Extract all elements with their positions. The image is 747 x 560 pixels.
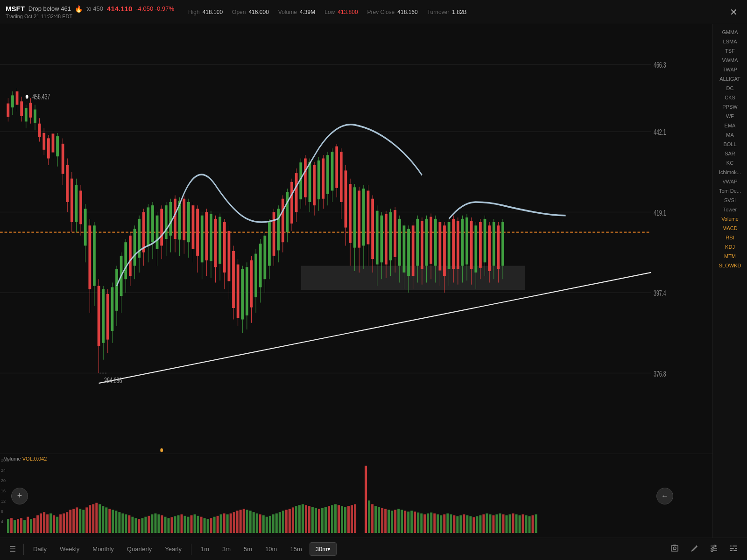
- svg-rect-337: [289, 509, 291, 533]
- sidebar-item-ema[interactable]: EMA: [713, 121, 747, 130]
- svg-rect-85: [309, 162, 311, 202]
- sidebar-item-sar[interactable]: SAR: [713, 149, 747, 158]
- svg-rect-287: [125, 514, 127, 533]
- timeframe-10m[interactable]: 10m: [260, 543, 282, 555]
- timeframe-30m[interactable]: 30m▾: [310, 542, 337, 556]
- svg-rect-57: [174, 199, 176, 239]
- indicator-button[interactable]: [706, 542, 722, 556]
- svg-rect-107: [416, 219, 419, 266]
- sidebar-item-alligat[interactable]: ALLIGAT: [713, 75, 747, 83]
- svg-rect-205: [389, 212, 392, 261]
- sidebar-item-kdj[interactable]: KDJ: [713, 243, 747, 251]
- svg-rect-115: [474, 225, 477, 273]
- stat-prev-close: Prev Close 418.160: [367, 9, 418, 15]
- extra-candles: [29, 98, 473, 353]
- svg-rect-145: [115, 269, 118, 311]
- svg-rect-43: [124, 242, 127, 279]
- sidebar-item-ppsw[interactable]: PPSW: [713, 103, 747, 111]
- settings-button[interactable]: [726, 542, 741, 556]
- svg-rect-398: [495, 514, 498, 533]
- sidebar-item-lsma[interactable]: LSMA: [713, 37, 747, 46]
- stat-turnover: Turnover 1.82B: [427, 9, 467, 15]
- svg-rect-402: [509, 514, 511, 533]
- svg-rect-378: [430, 512, 432, 533]
- svg-rect-143: [111, 287, 114, 331]
- draw-button[interactable]: [686, 542, 702, 556]
- svg-rect-401: [505, 515, 507, 533]
- timeframe-yearly[interactable]: Yearly: [159, 543, 187, 555]
- svg-rect-29: [70, 179, 73, 222]
- sidebar-item-rsi[interactable]: RSI: [713, 233, 747, 242]
- sidebar-item-tsf[interactable]: TSF: [713, 47, 747, 55]
- sidebar-item-kc[interactable]: KC: [713, 159, 747, 167]
- timeframe-3m[interactable]: 3m: [217, 543, 236, 555]
- svg-rect-307: [190, 515, 193, 533]
- sidebar-item-tower[interactable]: Tower: [713, 205, 747, 214]
- sidebar-item-vwma[interactable]: VWMA: [713, 56, 747, 64]
- close-button[interactable]: ✕: [726, 5, 741, 20]
- svg-rect-285: [118, 512, 120, 533]
- sidebar-item-volume[interactable]: Volume: [713, 215, 747, 223]
- svg-rect-328: [259, 514, 261, 533]
- sidebar-item-vwap[interactable]: VWAP: [713, 177, 747, 186]
- sidebar-item-ichimoku[interactable]: Ichimok...: [713, 168, 747, 176]
- svg-rect-279: [99, 504, 101, 533]
- svg-rect-294: [148, 516, 150, 533]
- svg-rect-111: [448, 222, 451, 269]
- sidebar-item-slowkd[interactable]: SLOWKD: [713, 261, 747, 270]
- svg-rect-189: [317, 161, 320, 199]
- sidebar-item-macd[interactable]: MACD: [713, 224, 747, 232]
- svg-rect-103: [407, 229, 410, 276]
- svg-rect-17: [25, 108, 28, 122]
- menu-icon[interactable]: ☰: [6, 543, 20, 555]
- sidebar-item-wf[interactable]: WF: [713, 112, 747, 120]
- svg-rect-284: [115, 511, 117, 533]
- bottom-toolbar: ☰ Daily Weekly Monthly Quarterly Yearly …: [0, 538, 747, 560]
- timeframe-weekly[interactable]: Weekly: [54, 543, 85, 555]
- svg-rect-404: [515, 514, 518, 533]
- add-button[interactable]: +: [11, 488, 28, 504]
- sidebar-item-cks[interactable]: CKS: [713, 93, 747, 102]
- current-price: 414.110: [107, 5, 132, 13]
- svg-rect-424: [730, 548, 734, 549]
- timeframe-quarterly[interactable]: Quarterly: [121, 543, 157, 555]
- trading-info: Trading Oct 21 11:32:48 EDT: [6, 14, 174, 19]
- svg-rect-63: [205, 212, 208, 261]
- svg-rect-379: [433, 513, 436, 533]
- svg-rect-368: [397, 509, 400, 533]
- svg-rect-315: [217, 516, 219, 533]
- sidebar-item-ma[interactable]: MA: [713, 131, 747, 139]
- svg-rect-193: [326, 155, 329, 194]
- back-button[interactable]: ←: [656, 488, 673, 504]
- sidebar-item-boll[interactable]: BOLL: [713, 140, 747, 148]
- toolbar-right: [667, 542, 741, 556]
- timeframe-15m[interactable]: 15m: [284, 543, 307, 555]
- timeframe-daily[interactable]: Daily: [28, 543, 52, 555]
- svg-rect-299: [164, 517, 166, 533]
- svg-rect-270: [69, 510, 71, 533]
- sidebar-item-twap[interactable]: TWAP: [713, 65, 747, 74]
- timeframe-5m[interactable]: 5m: [238, 543, 258, 555]
- sidebar-item-svsi[interactable]: SVSI: [713, 196, 747, 204]
- screenshot-button[interactable]: [667, 542, 683, 556]
- sidebar-item-dc[interactable]: DC: [713, 84, 747, 92]
- timeframe-monthly[interactable]: Monthly: [87, 543, 120, 555]
- sidebar-item-tomde[interactable]: Tom De...: [713, 187, 747, 195]
- timeframe-1m[interactable]: 1m: [195, 543, 215, 555]
- svg-rect-300: [167, 518, 169, 533]
- svg-rect-55: [169, 202, 172, 236]
- svg-rect-33: [88, 225, 91, 289]
- svg-rect-312: [207, 519, 209, 533]
- stat-volume: Volume 4.39M: [278, 9, 315, 15]
- svg-rect-31: [75, 185, 78, 222]
- svg-rect-71: [241, 269, 244, 320]
- sidebar-item-mtm[interactable]: MTM: [713, 252, 747, 260]
- sidebar-item-gmma[interactable]: GMMA: [713, 28, 747, 36]
- svg-rect-304: [181, 514, 183, 533]
- svg-rect-370: [404, 511, 406, 533]
- svg-line-415: [691, 551, 693, 551]
- svg-rect-352: [338, 505, 340, 533]
- svg-rect-227: [465, 217, 468, 265]
- svg-rect-324: [246, 510, 248, 533]
- svg-rect-296: [154, 513, 156, 533]
